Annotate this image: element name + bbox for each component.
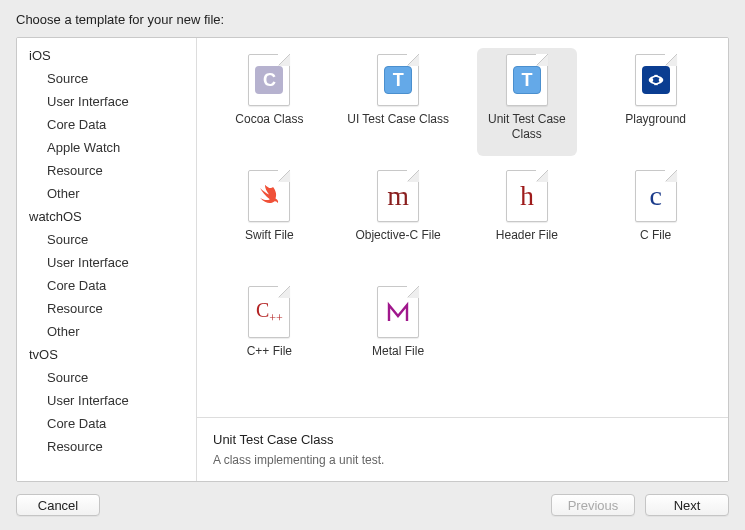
ui-test-case-icon: T [377,54,419,106]
templates-grid: C Cocoa Class T UI Test Case Class T Uni… [197,38,728,417]
header-file-icon: h [506,170,548,222]
template-ui-test-case-class[interactable]: T UI Test Case Class [334,48,463,156]
playground-icon [635,54,677,106]
c-file-icon: c [635,170,677,222]
new-file-template-dialog: Choose a template for your new file: iOS… [0,0,745,530]
cocoa-class-icon: C [248,54,290,106]
sidebar-item-watchos-source[interactable]: Source [17,228,196,251]
sidebar-item-watchos-user-interface[interactable]: User Interface [17,251,196,274]
template-label: C File [640,228,671,243]
footer-right: Previous Next [551,494,729,516]
sidebar-item-watchos-resource[interactable]: Resource [17,297,196,320]
template-cpp-file[interactable]: C++ C++ File [205,280,334,388]
sidebar-item-ios-resource[interactable]: Resource [17,159,196,182]
objective-c-file-icon: m [377,170,419,222]
template-label: Cocoa Class [235,112,303,127]
template-unit-test-case-class[interactable]: T Unit Test Case Class [477,48,578,156]
template-label: Unit Test Case Class [481,112,574,142]
sidebar-group-watchos[interactable]: watchOS [17,205,196,228]
sidebar-item-tvos-user-interface[interactable]: User Interface [17,389,196,412]
sidebar-item-ios-source[interactable]: Source [17,67,196,90]
sidebar-item-watchos-core-data[interactable]: Core Data [17,274,196,297]
template-label: Header File [496,228,558,243]
metal-file-icon [377,286,419,338]
detail-description: A class implementing a unit test. [213,453,712,467]
template-header-file[interactable]: h Header File [463,164,592,272]
svg-line-5 [655,82,661,84]
previous-button[interactable]: Previous [551,494,635,516]
template-label: UI Test Case Class [347,112,449,127]
detail-title: Unit Test Case Class [213,432,712,447]
sidebar-item-watchos-other[interactable]: Other [17,320,196,343]
template-label: Metal File [372,344,424,359]
dialog-title: Choose a template for your new file: [16,12,224,27]
template-objective-c-file[interactable]: m Objective-C File [334,164,463,272]
template-swift-file[interactable]: Swift File [205,164,334,272]
cpp-file-icon: C++ [248,286,290,338]
swift-file-icon [248,170,290,222]
sidebar-item-ios-user-interface[interactable]: User Interface [17,90,196,113]
sidebar-item-ios-other[interactable]: Other [17,182,196,205]
template-label: C++ File [247,344,292,359]
sidebar-group-ios[interactable]: iOS [17,44,196,67]
template-metal-file[interactable]: Metal File [334,280,463,388]
dialog-footer: Cancel Previous Next [0,482,745,530]
template-c-file[interactable]: c C File [591,164,720,272]
template-playground[interactable]: Playground [591,48,720,156]
template-label: Playground [625,112,686,127]
svg-line-4 [655,76,661,78]
template-main: C Cocoa Class T UI Test Case Class T Uni… [197,38,728,481]
sidebar-item-ios-apple-watch[interactable]: Apple Watch [17,136,196,159]
cancel-button[interactable]: Cancel [16,494,100,516]
dialog-header: Choose a template for your new file: [0,0,745,37]
sidebar-item-tvos-source[interactable]: Source [17,366,196,389]
next-button[interactable]: Next [645,494,729,516]
sidebar-group-tvos[interactable]: tvOS [17,343,196,366]
sidebar-item-ios-core-data[interactable]: Core Data [17,113,196,136]
dialog-content: iOS Source User Interface Core Data Appl… [16,37,729,482]
sidebar-item-tvos-resource[interactable]: Resource [17,435,196,458]
template-label: Swift File [245,228,294,243]
template-label: Objective-C File [355,228,440,243]
template-detail: Unit Test Case Class A class implementin… [197,417,728,481]
sidebar-item-tvos-core-data[interactable]: Core Data [17,412,196,435]
template-cocoa-class[interactable]: C Cocoa Class [205,48,334,156]
unit-test-case-icon: T [506,54,548,106]
template-category-sidebar[interactable]: iOS Source User Interface Core Data Appl… [17,38,197,481]
